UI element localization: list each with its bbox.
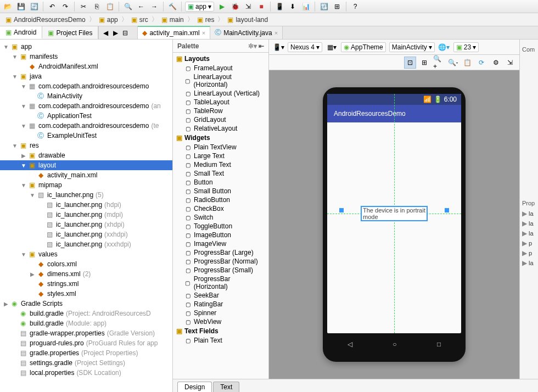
next-tab-icon[interactable]: ▶ [111, 29, 120, 37]
editor-tab[interactable]: Ⓒ MainActivity.java × [210, 26, 283, 39]
project-tab[interactable]: ▣ Android [0, 26, 42, 39]
copy-icon[interactable]: ⎘ [91, 1, 102, 12]
palette-item[interactable]: ▢ToggleButton [173, 222, 268, 231]
api-combo[interactable]: ▣23▾ [453, 42, 479, 52]
undo-icon[interactable]: ↶ [47, 1, 58, 12]
avd-icon[interactable]: 📱 [274, 1, 285, 12]
tree-item[interactable]: ▶▣drawable [0, 150, 172, 160]
selected-textview[interactable]: The device is in portrait mode [361, 206, 428, 221]
gear-icon[interactable]: ✲▾ [248, 42, 257, 50]
tree-item[interactable]: ◆styles.xml [0, 289, 172, 299]
breadcrumb-item[interactable]: ▣ layout-land [224, 16, 271, 24]
palette-item[interactable]: ▢WebView [173, 317, 268, 326]
property-row[interactable]: ▶ p [520, 238, 538, 248]
palette-item[interactable]: ▢GridLayout [173, 115, 268, 124]
build-icon[interactable]: 🔨 [167, 1, 178, 12]
zoom-out-icon[interactable]: 🔍- [447, 57, 459, 69]
properties-panel[interactable]: Com Prop ▶ la▶ la▶ la▶ p▶ p▶ la [519, 40, 538, 379]
editor-tab[interactable]: ◆ activity_main.xml × [138, 26, 210, 39]
tab-menu-icon[interactable]: ⊟ [121, 29, 130, 37]
palette-item[interactable]: ▢ImageView [173, 239, 268, 248]
tree-item[interactable]: ▼▣app [0, 42, 172, 52]
property-row[interactable]: ▶ la [520, 209, 538, 219]
cut-icon[interactable]: ✂ [78, 1, 89, 12]
settings-icon[interactable]: ⚙ [490, 57, 502, 69]
bottom-tab-design[interactable]: Design [177, 382, 212, 392]
palette-item[interactable]: ▢TableLayout [173, 98, 268, 107]
design-canvas[interactable]: 📶 🔋 6:00 AndroidResourcesDemo The device… [269, 70, 519, 379]
sdk-icon[interactable]: ⬇ [287, 1, 298, 12]
find-icon[interactable]: 🔍 [122, 1, 133, 12]
zoom-fit-icon[interactable]: ⊡ [404, 57, 416, 69]
palette-item[interactable]: ▢Spinner [173, 309, 268, 317]
orientation-icon[interactable]: 📱▾ [272, 41, 284, 53]
device-combo[interactable]: Nexus 4▾ [288, 42, 322, 52]
tree-item[interactable]: ▤local.properties(SDK Location) [0, 368, 172, 378]
palette-item[interactable]: ▢Small Button [173, 187, 268, 195]
tree-item[interactable]: ▧ic_launcher.png(xxxhdpi) [0, 239, 172, 249]
property-row[interactable]: ▶ la [520, 258, 538, 268]
help-icon[interactable]: ? [350, 1, 361, 12]
palette-item[interactable]: ▢Small Text [173, 169, 268, 178]
debug-icon[interactable]: 🐞 [229, 1, 240, 12]
clipboard-icon[interactable]: 📋 [461, 57, 473, 69]
activity-combo[interactable]: MainActivity▾ [389, 42, 435, 52]
palette-item[interactable]: ▢FrameLayout [173, 64, 268, 72]
palette-item[interactable]: ▢RatingBar [173, 300, 268, 309]
breadcrumb-item[interactable]: ▣ AndroidResourcesDemo [2, 16, 89, 24]
palette-item[interactable]: ▢ProgressBar (Large) [173, 248, 268, 257]
palette-group[interactable]: ▣ Layouts [173, 54, 268, 64]
locale-icon[interactable]: 🌐▾ [438, 41, 450, 53]
zoom-in-icon[interactable]: 🔍+ [433, 57, 445, 69]
tree-item[interactable]: ▶◉Gradle Scripts [0, 299, 172, 309]
palette-item[interactable]: ▢RadioButton [173, 195, 268, 204]
palette-item[interactable]: ▢ProgressBar (Small) [173, 266, 268, 275]
config-icon[interactable]: ▦▾ [326, 41, 338, 53]
structure-icon[interactable]: ⊞ [332, 1, 343, 12]
tree-item[interactable]: ⒸApplicationTest [0, 111, 172, 121]
back-icon[interactable]: ← [136, 1, 147, 12]
project-tab[interactable]: ▣ Project Files [42, 26, 98, 39]
palette-item[interactable]: ▢Switch [173, 213, 268, 222]
property-row[interactable]: ▶ la [520, 219, 538, 228]
home-button-icon[interactable]: ○ [393, 340, 396, 348]
tree-item[interactable]: ▼▣java [0, 71, 172, 81]
refresh-icon[interactable]: 🔄 [29, 1, 40, 12]
module-combo[interactable]: ▣ app ▾ [185, 2, 214, 12]
tree-item[interactable]: ⒸExampleUnitTest [0, 131, 172, 141]
tree-item[interactable]: ▤gradle-wrapper.properties(Gradle Versio… [0, 328, 172, 338]
palette-item[interactable]: ▢ProgressBar (Normal) [173, 257, 268, 266]
breadcrumb-item[interactable]: ▣ res [194, 16, 218, 24]
tree-item[interactable]: ▼▣layout [0, 160, 172, 170]
property-row[interactable]: ▶ la [520, 228, 538, 238]
palette-item[interactable]: ▢LinearLayout (Vertical) [173, 89, 268, 98]
tree-item[interactable]: ▤proguard-rules.pro(ProGuard Rules for a… [0, 338, 172, 348]
tree-item[interactable]: ◉build.gradle(Project: AndroidResourcesD [0, 309, 172, 318]
tree-item[interactable]: ⒸMainActivity [0, 91, 172, 101]
monitor-icon[interactable]: 📊 [300, 1, 311, 12]
breadcrumb-item[interactable]: ▣ app [96, 16, 121, 24]
tree-item[interactable]: ▤settings.gradle(Project Settings) [0, 358, 172, 368]
palette-item[interactable]: ▢Button [173, 178, 268, 187]
selection-handle[interactable] [445, 208, 449, 212]
breadcrumb-item[interactable]: ▣ main [158, 16, 187, 24]
tree-item[interactable]: ▼▣values [0, 249, 172, 259]
tree-item[interactable]: ▧ic_launcher.png(xhdpi) [0, 220, 172, 229]
tree-item[interactable]: ▧ic_launcher.png(hdpi) [0, 200, 172, 210]
palette-item[interactable]: ▢Plain Text [173, 336, 268, 345]
expand-icon[interactable]: ⇲ [504, 57, 516, 69]
theme-combo[interactable]: ◉AppTheme [341, 42, 386, 52]
palette-item[interactable]: ▢Large Text [173, 152, 268, 160]
attach-icon[interactable]: ⇲ [243, 1, 254, 12]
back-button-icon[interactable]: ◁ [348, 340, 352, 348]
save-icon[interactable]: 💾 [15, 1, 26, 12]
tree-item[interactable]: ▼▣res [0, 141, 172, 150]
tree-item[interactable]: ◆strings.xml [0, 279, 172, 289]
prev-tab-icon[interactable]: ◀ [101, 29, 110, 37]
collapse-icon[interactable]: ⇤ [259, 42, 264, 50]
palette-item[interactable]: ▢LinearLayout (Horizontal) [173, 72, 268, 89]
open-icon[interactable]: 📂 [2, 1, 13, 12]
tree-item[interactable]: ◆AndroidManifest.xml [0, 61, 172, 71]
close-icon[interactable]: × [202, 30, 205, 36]
tree-item[interactable]: ▼▣mipmap [0, 180, 172, 190]
